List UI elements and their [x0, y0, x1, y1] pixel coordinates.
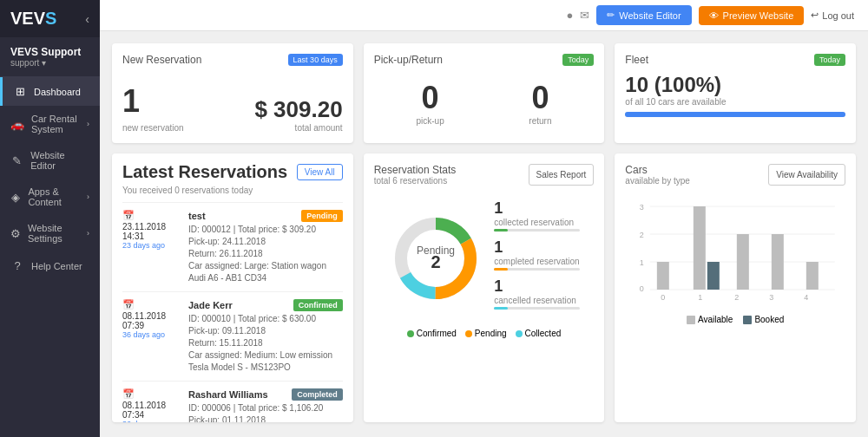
sidebar-user: VEVS Support support ▾: [0, 37, 100, 77]
return-item: 0 return: [529, 80, 551, 126]
logout-button[interactable]: ↩ Log out: [811, 10, 854, 21]
preview-website-button[interactable]: 👁 Preview Website: [699, 6, 805, 25]
status-badge: Completed: [292, 388, 343, 401]
svg-text:1: 1: [640, 258, 644, 267]
fleet-sub: of all 10 cars are available: [625, 97, 845, 107]
logout-icon: ↩: [811, 10, 819, 21]
res-name: test Pending: [188, 210, 343, 222]
reservation-item[interactable]: 📅 08.11.2018 07:34 36 days ago Rashard W…: [122, 381, 343, 422]
booked-dot: [743, 316, 752, 324]
bar-chart-legend: Available Booked: [625, 315, 845, 324]
pickup-badge: Today: [562, 54, 594, 66]
sidebar-toggle[interactable]: ‹: [85, 12, 89, 26]
res-datetime: 📅 08.11.2018 07:39 36 days ago: [122, 299, 181, 374]
legend-item: Confirmed: [407, 329, 457, 338]
new-reservation-amount: $ 309.20: [254, 96, 342, 123]
latest-reservations-sub: You received 0 reservations today: [122, 186, 343, 195]
svg-text:0: 0: [661, 293, 666, 302]
latest-reservations-card: Latest Reservations View All You receive…: [112, 153, 353, 422]
sidebar-item-label: Apps & Content: [28, 186, 80, 207]
legend-label: Confirmed: [417, 329, 457, 338]
res-info: ID: 000006 | Total price: $ 1,106.20 Pic…: [188, 402, 343, 422]
reservation-item[interactable]: 📅 08.11.2018 07:39 36 days ago Jade Kerr…: [122, 291, 343, 381]
res-details: test Pending ID: 000012 | Total price: $…: [188, 210, 343, 284]
fleet-count: 10 (100%): [625, 73, 845, 97]
fleet-progress-bar: [625, 112, 845, 117]
fleet-progress-fill: [625, 112, 845, 117]
svg-text:2: 2: [640, 231, 644, 239]
pickup-count: 0: [416, 80, 444, 116]
donut-value: 2: [431, 252, 441, 271]
sidebar-item-website-settings[interactable]: ⚙ Website Settings ›: [0, 215, 100, 251]
user-role: support ▾: [10, 58, 89, 68]
reservation-item[interactable]: 📅 23.11.2018 14:31 23 days ago test Pend…: [122, 202, 343, 291]
chart-legend: Confirmed Pending Collected: [374, 329, 595, 338]
new-reservation-label: new reservation: [122, 123, 184, 133]
donut-chart-container: Pending 2 1 collected reservation 1 comp…: [374, 191, 595, 325]
res-name: Rashard Williams Completed: [188, 388, 343, 401]
sidebar-item-apps[interactable]: ◈ Apps & Content ›: [0, 179, 100, 215]
res-date: 08.11.2018: [122, 401, 181, 410]
cars-sub: available by type: [625, 176, 690, 186]
legend-dot: [465, 330, 472, 337]
bar-booked-1: [707, 262, 720, 290]
stat-bar: [494, 307, 579, 310]
view-all-button[interactable]: View All: [297, 164, 343, 180]
pickup-title: Pick-up/Return: [374, 54, 443, 66]
svg-text:0: 0: [640, 284, 644, 293]
view-availability-button[interactable]: View Availability: [768, 164, 845, 186]
bar-available-4: [806, 262, 819, 290]
latest-reservations-title: Latest Reservations: [122, 162, 287, 182]
pickup-item: 0 pick-up: [416, 80, 444, 126]
sidebar-item-help[interactable]: ? Help Center: [0, 251, 100, 280]
stat-line: 1 collected reservation: [494, 199, 579, 232]
res-ago: 23 days ago: [122, 241, 181, 250]
svg-text:3: 3: [770, 293, 774, 302]
sidebar-item-website-editor[interactable]: ✎ Website Editor: [0, 142, 100, 179]
res-datetime: 📅 08.11.2018 07:34 36 days ago: [122, 388, 181, 422]
sidebar-item-dashboard[interactable]: ⊞ Dashboard: [0, 77, 100, 106]
legend-dot: [516, 330, 523, 337]
notification-icon[interactable]: ●: [566, 9, 573, 22]
available-dot: [687, 316, 695, 324]
chevron-right-icon: ›: [87, 229, 89, 238]
status-badge: Pending: [301, 210, 343, 222]
new-reservation-badge: Last 30 days: [288, 54, 343, 66]
legend-available: Available: [687, 315, 733, 324]
sidebar-item-label: Website Editor: [30, 150, 89, 171]
stat-bar-fill: [494, 229, 508, 232]
bar-available-0: [657, 262, 669, 290]
sidebar-item-label: Help Center: [31, 261, 82, 271]
eye-icon: 👁: [709, 10, 719, 21]
stat-number: 1: [494, 277, 579, 296]
res-time: 07:39: [122, 321, 181, 330]
mail-icon[interactable]: ✉: [580, 9, 589, 22]
main-content: ● ✉ ✏ Website Editor 👁 Preview Website ↩…: [100, 0, 868, 437]
stat-label: collected reservation: [494, 218, 579, 227]
res-date: 08.11.2018: [122, 311, 181, 321]
dashboard-icon: ⊞: [13, 85, 27, 98]
sidebar-item-car-rental[interactable]: 🚗 Car Rental System ›: [0, 106, 100, 142]
bar-chart-area: 3 2 1 0: [625, 191, 845, 328]
legend-label: Collected: [525, 329, 562, 338]
logo: VEVS: [10, 9, 56, 29]
donut-chart: Pending 2: [388, 211, 483, 306]
res-date: 23.11.2018: [122, 222, 181, 232]
legend-dot: [407, 330, 414, 337]
stat-line: 1 cancelled reservation: [494, 277, 579, 310]
svg-text:3: 3: [640, 203, 644, 212]
website-editor-button[interactable]: ✏ Website Editor: [596, 5, 691, 25]
res-stats-sub: total 6 reservations: [374, 176, 457, 186]
new-reservation-count: 1: [122, 83, 184, 120]
stat-bar: [494, 229, 579, 232]
res-details: Rashard Williams Completed ID: 000006 | …: [188, 388, 343, 422]
legend-label: Pending: [475, 329, 507, 338]
res-time: 14:31: [122, 232, 181, 241]
car-icon: 🚗: [10, 118, 24, 131]
res-info: ID: 000012 | Total price: $ 309.20 Pick-…: [188, 224, 343, 284]
chevron-right-icon: ›: [87, 120, 89, 128]
sales-report-button[interactable]: Sales Report: [529, 164, 595, 186]
stat-number: 1: [494, 238, 579, 257]
cars-card: Cars available by type View Availability…: [615, 153, 856, 422]
bar-available-1: [694, 206, 706, 290]
